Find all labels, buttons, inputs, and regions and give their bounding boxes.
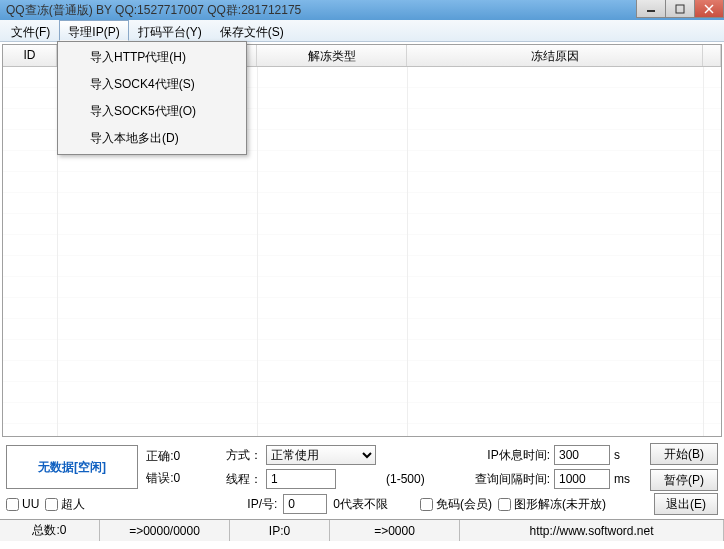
status-progress: =>0000/0000 <box>100 520 230 541</box>
thread-range: (1-500) <box>386 472 466 486</box>
controls-panel: 无数据[空闲] 正确:0 错误:0 方式： 正常使用 IP休息时间: s 线程：… <box>0 439 724 519</box>
graphic-checkbox[interactable]: 图形解冻(未开放) <box>498 496 606 513</box>
import-http-proxy[interactable]: 导入HTTP代理(H) <box>60 44 244 71</box>
import-sock5-proxy[interactable]: 导入SOCK5代理(O) <box>60 98 244 125</box>
fields-grid: 方式： 正常使用 IP休息时间: s 线程： (1-500) 查询间隔时间: m… <box>218 445 644 489</box>
interval-unit: ms <box>614 472 644 486</box>
iprest-input[interactable] <box>554 445 610 465</box>
exit-button[interactable]: 退出(E) <box>654 493 718 515</box>
import-sock4-proxy[interactable]: 导入SOCK4代理(S) <box>60 71 244 98</box>
col-id[interactable]: ID <box>3 45 57 66</box>
interval-input[interactable] <box>554 469 610 489</box>
col-unfreeze-type[interactable]: 解冻类型 <box>257 45 407 66</box>
error-count: 错误:0 <box>146 467 218 489</box>
menu-save-file[interactable]: 保存文件(S) <box>211 20 293 41</box>
ipno-label: IP/号: <box>247 496 277 513</box>
correct-count: 正确:0 <box>146 445 218 467</box>
iprest-label: IP休息时间: <box>466 447 554 464</box>
mode-select[interactable]: 正常使用 <box>266 445 376 465</box>
start-button[interactable]: 开始(B) <box>650 443 718 465</box>
mode-label: 方式： <box>218 447 266 464</box>
close-button[interactable] <box>694 0 724 18</box>
status-url: http://www.softword.net <box>460 520 724 541</box>
thread-input[interactable] <box>266 469 336 489</box>
menu-file[interactable]: 文件(F) <box>2 20 59 41</box>
action-buttons: 开始(B) 暂停(P) <box>650 443 718 491</box>
minimize-button[interactable] <box>636 0 666 18</box>
pause-button[interactable]: 暂停(P) <box>650 469 718 491</box>
thread-label: 线程： <box>218 471 266 488</box>
superman-checkbox[interactable]: 超人 <box>45 496 85 513</box>
freecode-checkbox[interactable]: 免码(会员) <box>420 496 492 513</box>
graphic-check-input[interactable] <box>498 498 511 511</box>
window-buttons <box>637 0 724 18</box>
svg-rect-1 <box>676 5 684 13</box>
status-ip: IP:0 <box>230 520 330 541</box>
proxy-dropdown: 导入HTTP代理(H) 导入SOCK4代理(S) 导入SOCK5代理(O) 导入… <box>57 41 247 155</box>
ipno-hint: 0代表不限 <box>333 496 388 513</box>
freecode-check-input[interactable] <box>420 498 433 511</box>
status-total: 总数:0 <box>0 520 100 541</box>
uu-check-input[interactable] <box>6 498 19 511</box>
statusbar: 总数:0 =>0000/0000 IP:0 =>0000 http://www.… <box>0 519 724 541</box>
interval-label: 查询间隔时间: <box>466 471 554 488</box>
import-local-extra[interactable]: 导入本地多出(D) <box>60 125 244 152</box>
menu-proxy-ip[interactable]: 导理IP(P) <box>59 20 128 41</box>
ipno-input[interactable] <box>283 494 327 514</box>
status-arrow: =>0000 <box>330 520 460 541</box>
uu-checkbox[interactable]: UU <box>6 497 39 511</box>
maximize-button[interactable] <box>665 0 695 18</box>
col-freeze-reason[interactable]: 冻结原因 <box>407 45 703 66</box>
titlebar: QQ查冻(普通版) BY QQ:1527717007 QQ群:281712175 <box>0 0 724 20</box>
stats-block: 正确:0 错误:0 <box>146 445 218 489</box>
menubar: 文件(F) 导理IP(P) 打码平台(Y) 保存文件(S) <box>0 20 724 42</box>
menu-platform[interactable]: 打码平台(Y) <box>129 20 211 41</box>
window-title: QQ查冻(普通版) BY QQ:1527717007 QQ群:281712175 <box>6 2 724 19</box>
col-extra[interactable] <box>703 45 721 66</box>
iprest-unit: s <box>614 448 644 462</box>
superman-check-input[interactable] <box>45 498 58 511</box>
status-panel: 无数据[空闲] <box>6 445 138 489</box>
